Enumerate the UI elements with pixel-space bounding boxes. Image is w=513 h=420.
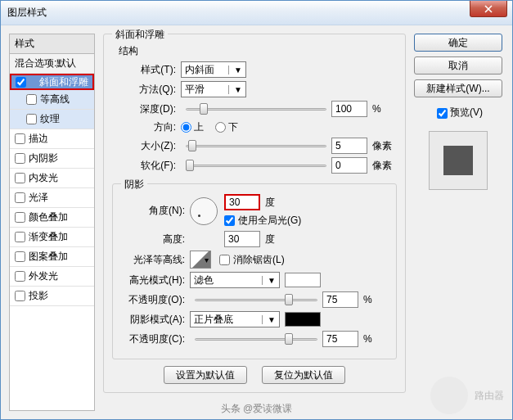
altitude-unit: 度 [265, 233, 290, 246]
set-default-button[interactable]: 设置为默认值 [164, 366, 247, 384]
global-light-checkbox[interactable] [224, 215, 235, 226]
style-stroke[interactable]: 描边 [10, 129, 94, 149]
pattern-overlay-checkbox[interactable] [15, 251, 25, 262]
style-bevel-emboss[interactable]: 斜面和浮雕 [10, 74, 94, 90]
shadow-mode-select[interactable]: 正片叠底▼ [190, 311, 280, 327]
highlight-opacity-input[interactable]: 75 [322, 291, 358, 308]
shadow-opacity-slider[interactable] [195, 332, 317, 345]
ok-button[interactable]: 确定 [414, 34, 502, 52]
angle-unit: 度 [265, 196, 290, 210]
highlight-mode-value: 滤色 [194, 273, 214, 287]
highlight-color-swatch[interactable] [285, 273, 321, 287]
preview-checkbox[interactable] [437, 108, 448, 119]
highlight-opacity-unit: % [363, 294, 388, 305]
direction-label: 方向: [112, 120, 181, 134]
preview-check[interactable]: 预览(V) [414, 106, 502, 121]
inner-shadow-label: 内阴影 [29, 151, 58, 165]
size-input[interactable]: 5 [331, 138, 367, 154]
dialog-body: 样式 混合选项:默认 斜面和浮雕 等高线 纹理 描边 内阴影 内发光 光泽 颜色… [1, 25, 512, 419]
chevron-down-icon: ▼ [228, 85, 242, 94]
style-pattern-overlay[interactable]: 图案叠加 [10, 247, 94, 267]
bevel-checkbox[interactable] [16, 77, 26, 88]
chevron-down-icon: ▼ [262, 276, 276, 285]
antialias-check[interactable]: 消除锯齿(L) [219, 253, 285, 267]
angle-dot-icon [198, 215, 200, 217]
highlight-opacity-slider[interactable] [195, 293, 317, 306]
style-inner-shadow[interactable]: 内阴影 [10, 149, 94, 169]
window-title: 图层样式 [1, 6, 47, 20]
highlight-mode-label: 高光模式(H): [121, 273, 190, 287]
shadow-opacity-unit: % [363, 333, 388, 345]
size-label: 大小(Z): [112, 139, 181, 153]
direction-radios: 上 下 [181, 120, 250, 134]
pattern-overlay-label: 图案叠加 [29, 250, 68, 264]
preview-label: 预览(V) [450, 106, 483, 121]
depth-label: 深度(D): [112, 102, 181, 116]
titlebar[interactable]: 图层样式 [1, 1, 512, 25]
down-radio[interactable] [215, 122, 226, 133]
style-inner-glow[interactable]: 内发光 [10, 169, 94, 188]
depth-slider[interactable] [186, 102, 326, 115]
altitude-input[interactable]: 30 [224, 231, 260, 247]
drop-shadow-checkbox[interactable] [15, 291, 25, 301]
outer-glow-label: 外发光 [29, 269, 58, 283]
shadow-opacity-label: 不透明度(C): [121, 332, 190, 346]
texture-checkbox[interactable] [26, 114, 37, 124]
style-blend-options[interactable]: 混合选项:默认 [10, 54, 94, 74]
color-overlay-checkbox[interactable] [15, 212, 25, 223]
preview-swatch [443, 146, 473, 175]
style-gradient-overlay[interactable]: 渐变叠加 [10, 228, 94, 247]
style-select[interactable]: 内斜面▼ [181, 61, 246, 78]
contour-checkbox[interactable] [26, 94, 37, 105]
angle-dial[interactable] [190, 197, 218, 225]
soften-input[interactable]: 0 [331, 157, 367, 174]
right-panel: 确定 取消 新建样式(W)... 预览(V) [414, 34, 502, 411]
style-texture[interactable]: 纹理 [10, 110, 94, 129]
style-satin[interactable]: 光泽 [10, 188, 94, 208]
highlight-mode-select[interactable]: 滤色▼ [190, 272, 280, 288]
satin-checkbox[interactable] [15, 192, 25, 203]
antialias-checkbox[interactable] [219, 255, 230, 265]
size-slider[interactable] [186, 139, 326, 152]
depth-input[interactable]: 100 [331, 101, 367, 117]
style-contour[interactable]: 等高线 [10, 90, 94, 110]
chevron-down-icon: ▼ [262, 315, 276, 324]
cancel-button[interactable]: 取消 [414, 56, 502, 75]
gloss-contour-picker[interactable]: ▾ [190, 251, 211, 269]
shadow-opacity-input[interactable]: 75 [322, 331, 358, 347]
gradient-overlay-checkbox[interactable] [15, 232, 25, 242]
angle-label: 角度(N): [121, 204, 190, 218]
texture-label: 纹理 [40, 112, 60, 126]
bevel-label: 斜面和浮雕 [39, 75, 88, 89]
stroke-checkbox[interactable] [15, 133, 25, 144]
technique-select[interactable]: 平滑▼ [181, 81, 246, 97]
satin-label: 光泽 [29, 191, 48, 205]
shading-subgroup: 阴影 角度(N): 30 度 使用全局光(G) 高度: [112, 183, 397, 359]
up-radio[interactable] [181, 122, 191, 133]
style-drop-shadow[interactable]: 投影 [10, 287, 94, 306]
gloss-contour-label: 光泽等高线: [121, 253, 190, 267]
global-light-check[interactable]: 使用全局光(G) [224, 214, 301, 228]
shadow-mode-label: 阴影模式(A): [121, 313, 190, 327]
close-button[interactable] [470, 1, 507, 17]
preview-box [429, 131, 488, 190]
style-list-header[interactable]: 样式 [10, 34, 94, 54]
angle-input[interactable]: 30 [224, 194, 260, 210]
inner-glow-checkbox[interactable] [15, 173, 25, 183]
style-color-overlay[interactable]: 颜色叠加 [10, 208, 94, 228]
direction-up[interactable]: 上 [181, 120, 204, 134]
global-light-label: 使用全局光(G) [238, 214, 301, 228]
default-buttons: 设置为默认值 复位为默认值 [112, 366, 397, 384]
inner-shadow-checkbox[interactable] [15, 153, 25, 164]
color-overlay-label: 颜色叠加 [29, 210, 68, 224]
technique-label: 方法(Q): [112, 83, 181, 97]
shadow-color-swatch[interactable] [285, 312, 321, 327]
chevron-down-icon: ▾ [205, 255, 209, 264]
soften-slider[interactable] [186, 159, 326, 172]
style-outer-glow[interactable]: 外发光 [10, 267, 94, 287]
reset-default-button[interactable]: 复位为默认值 [262, 366, 345, 384]
close-icon [484, 5, 493, 13]
new-style-button[interactable]: 新建样式(W)... [414, 79, 502, 97]
outer-glow-checkbox[interactable] [15, 271, 25, 282]
direction-down[interactable]: 下 [215, 120, 238, 134]
